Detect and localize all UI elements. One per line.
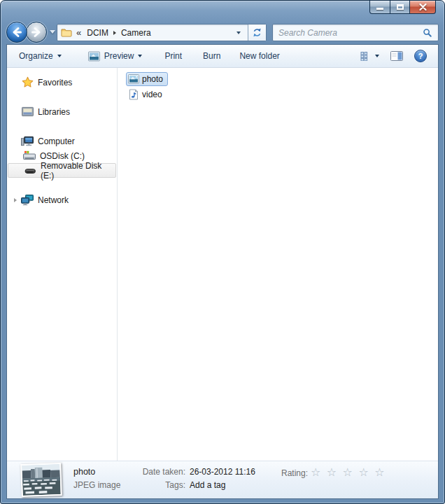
network-icon	[21, 195, 34, 206]
sidebar-label: Network	[38, 195, 69, 205]
breadcrumb-item-camera[interactable]: Camera	[117, 25, 155, 40]
content-area: Favorites Libraries	[7, 68, 438, 461]
minimize-button[interactable]	[369, 1, 390, 14]
preview-pane-icon	[390, 51, 403, 61]
client-area: Organize Preview Print Burn New	[6, 44, 439, 499]
burn-button[interactable]: Burn	[203, 51, 220, 61]
explorer-window: « DCIM Camera Organize	[0, 0, 445, 504]
photo-file-icon	[128, 74, 139, 85]
preview-picture-icon	[88, 51, 100, 62]
hard-disk-icon	[23, 150, 36, 161]
chevron-down-icon	[375, 55, 379, 57]
tags-add-a-tag[interactable]: Add a tag	[190, 480, 225, 490]
details-file-name: photo	[73, 467, 95, 477]
sidebar-item-computer[interactable]: Computer	[7, 134, 117, 148]
sidebar-label: Favorites	[38, 78, 72, 88]
favorites-star-icon	[21, 76, 34, 88]
computer-icon	[21, 136, 34, 147]
breadcrumb: « DCIM Camera	[57, 24, 248, 41]
refresh-button[interactable]	[248, 24, 266, 41]
new-folder-label: New folder	[239, 51, 279, 61]
sidebar-label: Libraries	[38, 107, 70, 117]
sidebar-label: OSDisk (C:)	[40, 151, 85, 161]
organize-label: Organize	[19, 51, 53, 61]
address-bar: « DCIM Camera	[57, 24, 267, 41]
chevron-down-icon	[236, 31, 241, 34]
video-file-icon	[128, 89, 139, 100]
folder-icon[interactable]	[61, 28, 72, 37]
photo-thumbnail	[20, 463, 62, 497]
date-taken-label: Date taken:	[113, 467, 185, 477]
window-controls	[369, 1, 436, 14]
back-button[interactable]	[6, 22, 27, 43]
marina-photo-thumbnail	[22, 464, 60, 496]
file-item-photo[interactable]: photo	[126, 72, 168, 86]
preview-label: Preview	[104, 51, 134, 61]
address-dropdown[interactable]	[232, 31, 245, 34]
details-pane: photo JPEG image Date taken: 26-03-2012 …	[7, 461, 438, 498]
preview-button[interactable]: Preview	[88, 51, 143, 62]
forward-button[interactable]	[26, 22, 47, 43]
date-taken-value: 26-03-2012 11:16	[190, 467, 255, 477]
rating-star-icon[interactable]: ☆	[374, 466, 386, 478]
sidebar-item-favorites[interactable]: Favorites	[7, 75, 117, 90]
removable-disk-icon	[24, 166, 36, 175]
rating-star-icon[interactable]: ☆	[343, 466, 354, 478]
expand-chevron-icon[interactable]	[14, 198, 17, 202]
rating-star-icon[interactable]: ☆	[311, 466, 322, 478]
forward-arrow-icon	[30, 26, 43, 38]
back-arrow-icon	[10, 26, 23, 38]
tags-label: Tags:	[113, 480, 185, 490]
navigation-pane: Favorites Libraries	[7, 68, 118, 461]
sidebar-item-libraries[interactable]: Libraries	[7, 104, 117, 119]
rating-star-icon[interactable]: ☆	[358, 466, 369, 478]
breadcrumb-overflow-chevron[interactable]: «	[76, 27, 81, 38]
maximize-button[interactable]	[390, 1, 410, 14]
libraries-icon	[21, 106, 34, 117]
minimize-icon	[376, 8, 383, 10]
refresh-icon	[252, 27, 262, 38]
chevron-down-icon	[138, 55, 142, 57]
rating-label: Rating:	[281, 468, 308, 478]
close-button[interactable]	[410, 1, 436, 14]
breadcrumb-item-dcim[interactable]: DCIM	[83, 25, 113, 40]
chevron-down-icon	[57, 55, 62, 57]
file-item-video[interactable]: video	[126, 88, 167, 102]
print-button[interactable]: Print	[164, 51, 182, 61]
rating-star-icon[interactable]: ☆	[327, 466, 338, 478]
close-icon	[419, 4, 427, 10]
help-button[interactable]: ?	[414, 50, 427, 62]
search-icon[interactable]	[423, 28, 432, 38]
preview-pane-button[interactable]	[390, 51, 403, 61]
print-label: Print	[164, 51, 182, 61]
sidebar-label: Computer	[38, 136, 75, 146]
views-grid-icon	[360, 52, 371, 61]
burn-label: Burn	[203, 51, 220, 61]
file-list: photo v	[118, 68, 438, 461]
change-view-button[interactable]	[360, 52, 379, 61]
recent-pages-dropdown[interactable]	[50, 30, 55, 34]
expander-slot	[12, 198, 21, 202]
search-box	[272, 24, 439, 41]
breadcrumb-separator-icon[interactable]	[113, 31, 116, 35]
sidebar-label: Removable Disk (E:)	[41, 161, 115, 181]
command-toolbar: Organize Preview Print Burn New	[7, 45, 438, 68]
maximize-icon	[397, 4, 404, 10]
organize-button[interactable]: Organize	[19, 51, 62, 61]
sidebar-item-removable-disk-e[interactable]: Removable Disk (E:)	[8, 163, 116, 178]
new-folder-button[interactable]: New folder	[239, 51, 279, 61]
rating-stars: ☆ ☆ ☆ ☆ ☆	[311, 465, 386, 479]
sidebar-item-network[interactable]: Network	[7, 192, 117, 207]
help-icon: ?	[418, 52, 423, 60]
search-input[interactable]	[273, 28, 423, 38]
